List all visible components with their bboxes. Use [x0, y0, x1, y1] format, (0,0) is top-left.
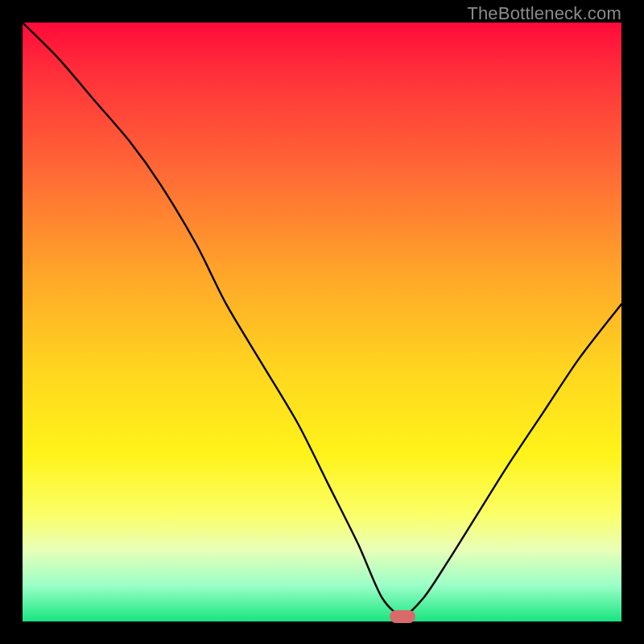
- watermark-text: TheBottleneck.com: [467, 3, 621, 24]
- chart-frame: TheBottleneck.com: [0, 0, 644, 644]
- optimal-marker: [390, 610, 415, 623]
- bottleneck-curve: [23, 23, 621, 621]
- chart-plot-area: [23, 23, 621, 621]
